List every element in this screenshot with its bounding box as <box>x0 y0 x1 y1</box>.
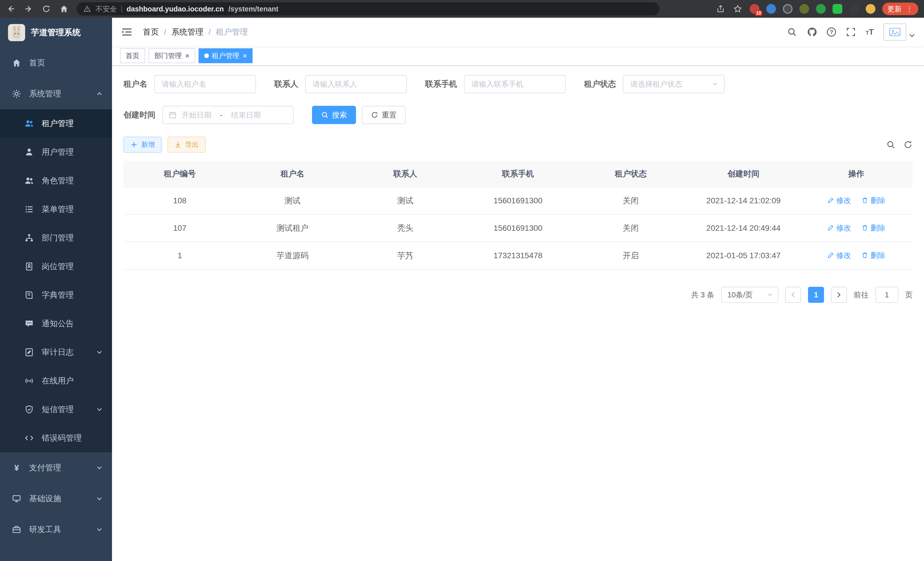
reload-icon[interactable] <box>41 4 51 14</box>
sidebar-item-notice[interactable]: 通知公告 <box>0 309 112 338</box>
breadcrumb-home[interactable]: 首页 <box>143 27 159 38</box>
delete-label: 删除 <box>871 250 885 260</box>
tab-dept-management[interactable]: 部门管理 × <box>148 48 195 63</box>
sidebar-item-online-users[interactable]: 在线用户 <box>0 367 112 395</box>
chevron-down-icon <box>96 464 103 471</box>
extension-icon-1[interactable]: 10 <box>750 4 759 14</box>
app-logo[interactable]: 芋道管理系统 <box>0 18 112 47</box>
logo-avatar <box>8 24 25 41</box>
export-button[interactable]: 导出 <box>167 137 206 153</box>
filter-create-time: 创建时间 开始日期 - 结束日期 <box>123 106 294 124</box>
edit-link[interactable]: 修改 <box>827 223 851 233</box>
reset-button[interactable]: 重置 <box>362 106 406 124</box>
breadcrumb-system[interactable]: 系统管理 <box>171 27 203 38</box>
add-button[interactable]: 新增 <box>123 137 162 153</box>
tenant-name-input[interactable] <box>154 75 256 93</box>
table-search-icon[interactable] <box>886 140 896 149</box>
github-icon[interactable] <box>807 27 817 37</box>
col-header-tenant-id: 租户编号 <box>123 161 236 187</box>
delete-link[interactable]: 删除 <box>861 250 885 260</box>
address-bar[interactable]: 不安全 dashboard.yudao.iocoder.cn/system/te… <box>76 2 659 15</box>
sidebar-item-home[interactable]: 首页 <box>0 47 112 78</box>
breadcrumb-separator: / <box>164 27 166 37</box>
sidebar-item-user-management[interactable]: 用户管理 <box>0 138 112 166</box>
sidebar-item-audit-log[interactable]: 审计日志 <box>0 338 112 367</box>
book-icon <box>24 290 34 300</box>
cell-created: 2021-01-05 17:03:47 <box>687 242 800 269</box>
font-size-icon[interactable]: TT <box>866 28 874 36</box>
bookmark-star-icon[interactable] <box>733 4 743 14</box>
extension-icon-4[interactable] <box>800 4 809 14</box>
people-icon <box>24 176 34 186</box>
sidebar-item-dev-tools[interactable]: 研发工具 <box>0 514 112 545</box>
sidebar-item-payment[interactable]: ¥ 支付管理 <box>0 452 112 483</box>
profile-avatar-icon[interactable] <box>866 4 875 14</box>
sidebar-item-dept-management[interactable]: 部门管理 <box>0 224 112 252</box>
delete-link[interactable]: 删除 <box>861 196 885 206</box>
edit-link[interactable]: 修改 <box>827 196 851 206</box>
date-range-picker[interactable]: 开始日期 - 结束日期 <box>162 106 294 124</box>
edit-link[interactable]: 修改 <box>827 250 851 260</box>
sidebar-item-error-code[interactable]: 错误码管理 <box>0 424 112 452</box>
col-header-created: 创建时间 <box>687 161 800 187</box>
edit-doc-icon <box>24 347 34 357</box>
page-size-value: 10条/页 <box>728 290 753 300</box>
close-icon[interactable]: × <box>185 52 189 59</box>
filter-label: 联系人 <box>274 79 298 89</box>
goto-page-input[interactable] <box>875 287 898 303</box>
back-icon[interactable] <box>6 4 16 14</box>
share-icon[interactable] <box>716 4 726 14</box>
sidebar-item-system-management[interactable]: 系统管理 <box>0 78 112 109</box>
sidebar-item-label: 支付管理 <box>29 462 61 473</box>
help-icon[interactable]: ? <box>827 27 836 37</box>
sidebar-item-infrastructure[interactable]: 基础设施 <box>0 483 112 514</box>
col-header-actions: 操作 <box>800 161 913 187</box>
cell-tenant-name: 芋道源码 <box>236 242 349 269</box>
forward-icon[interactable] <box>23 4 34 14</box>
sidebar-item-label: 审计日志 <box>42 347 74 358</box>
prev-page-button[interactable] <box>785 287 801 303</box>
sidebar-item-menu-management[interactable]: 菜单管理 <box>0 195 112 224</box>
close-icon[interactable]: × <box>243 52 247 59</box>
extension-icon-5[interactable] <box>816 4 826 14</box>
search-button[interactable]: 搜索 <box>312 106 356 124</box>
extension-icon-6[interactable] <box>832 4 842 14</box>
cell-status: 关闭 <box>574 187 687 214</box>
extensions-puzzle-icon[interactable] <box>849 4 859 14</box>
table-refresh-icon[interactable] <box>903 140 913 149</box>
sidebar-item-role-management[interactable]: 角色管理 <box>0 166 112 195</box>
page-size-select[interactable]: 10条/页 <box>721 287 778 303</box>
delete-link[interactable]: 删除 <box>861 223 885 233</box>
next-page-button[interactable] <box>831 287 847 303</box>
home-icon[interactable] <box>59 4 69 14</box>
sidebar-item-post-management[interactable]: 岗位管理 <box>0 252 112 281</box>
sidebar-toggle-icon[interactable] <box>121 26 133 38</box>
status-select[interactable]: 请选择租户状态 <box>623 75 724 93</box>
caret-down-icon <box>909 34 915 39</box>
browser-update-button[interactable]: 更新 ⋮ <box>882 3 918 15</box>
tab-tenant-management[interactable]: 租户管理 × <box>199 48 253 63</box>
sidebar-item-sms-management[interactable]: 短信管理 <box>0 395 112 424</box>
mobile-input[interactable] <box>464 75 566 93</box>
breadcrumb-separator: / <box>208 27 211 37</box>
breadcrumb-current: 租户管理 <box>216 27 248 38</box>
main-panel: 首页 / 系统管理 / 租户管理 ? TT 首页 <box>112 18 924 561</box>
tab-home[interactable]: 首页 <box>120 48 145 63</box>
date-end-placeholder: 结束日期 <box>231 110 261 120</box>
sidebar-item-label: 在线用户 <box>42 375 74 386</box>
toolbar-right <box>886 140 913 149</box>
pagination: 共 3 条 10条/页 1 前往 页 <box>123 287 913 303</box>
current-page[interactable]: 1 <box>808 287 824 303</box>
extension-icon-2[interactable] <box>766 4 776 14</box>
toolbox-icon <box>11 524 22 535</box>
contact-input[interactable] <box>305 75 407 93</box>
sidebar-item-tenant-management[interactable]: 租户管理 <box>0 109 112 138</box>
extension-icon-3[interactable] <box>783 4 793 14</box>
user-avatar[interactable] <box>884 23 915 41</box>
search-icon[interactable] <box>787 27 797 37</box>
sidebar-item-dict-management[interactable]: 字典管理 <box>0 281 112 309</box>
cell-tenant-name: 测试租户 <box>236 214 349 242</box>
not-secure-warning-icon <box>83 5 91 13</box>
delete-label: 删除 <box>871 196 885 206</box>
fullscreen-icon[interactable] <box>846 27 856 37</box>
